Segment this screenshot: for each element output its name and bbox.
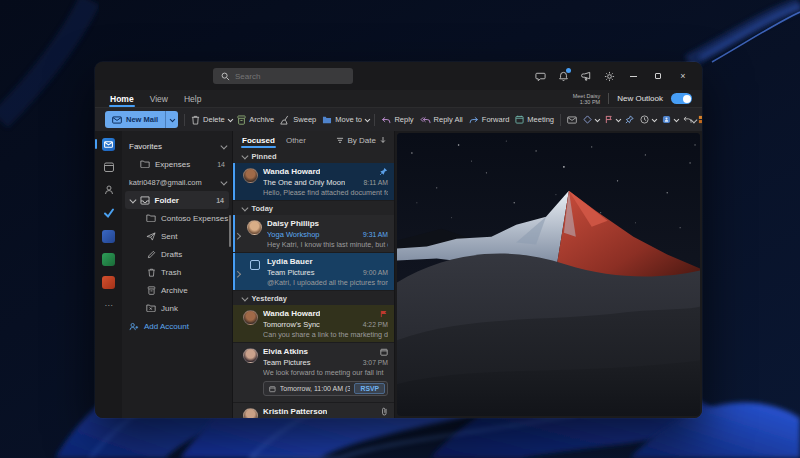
unread-count: 14	[216, 197, 224, 204]
message-list: Focused Other By Date Pinned Wanda Howar…	[232, 131, 395, 418]
group-header-today[interactable]: Today	[233, 201, 394, 215]
sweep-broom-icon	[280, 115, 290, 125]
rail-word-icon[interactable]	[95, 228, 122, 244]
rail-excel-icon[interactable]	[95, 251, 122, 267]
reply-all-arrow-icon	[420, 116, 431, 124]
folder-icon	[146, 213, 156, 223]
search-input[interactable]	[235, 72, 347, 81]
rsvp-button[interactable]: RSVP	[354, 383, 385, 394]
reply-button[interactable]: Reply	[381, 115, 413, 124]
unread-count: 14	[217, 161, 225, 168]
group-header-yesterday[interactable]: Yesterday	[233, 291, 394, 305]
calendar-invite-icon	[380, 348, 388, 356]
select-message-checkbox[interactable]	[250, 260, 260, 270]
new-mail-button[interactable]: New Mail	[105, 111, 178, 128]
message-row-wanda-sync[interactable]: Wanda Howard Tomorrow's Sync 4:22 PM Can…	[233, 305, 394, 343]
read-unread-icon[interactable]	[567, 116, 577, 124]
folder-item-archive[interactable]: Archive	[122, 281, 232, 299]
categorize-icon[interactable]	[662, 115, 678, 124]
folder-pane: Favorites Expenses 14 katri0487@gmail.co…	[122, 131, 232, 418]
expand-chevron-icon[interactable]	[235, 262, 240, 280]
message-row-daisy[interactable]: Daisy Phillips Yoga Workshop 9:31 AM Hey…	[233, 215, 394, 253]
favorites-section-header[interactable]: Favorites	[122, 137, 232, 155]
avatar	[247, 220, 262, 235]
meeting-calendar-icon	[515, 115, 524, 124]
drafts-pencil-icon	[146, 249, 156, 259]
sort-by-date-button[interactable]: By Date	[336, 136, 386, 145]
app-rail: ⋯	[95, 131, 122, 418]
tab-other[interactable]: Other	[285, 134, 307, 147]
meet-daisy-reminder[interactable]: Meet Daisy 1:30 PM	[573, 93, 601, 105]
move-to-button[interactable]: Move to	[322, 115, 368, 124]
add-person-icon	[129, 321, 139, 331]
message-row-elvia[interactable]: Elvia Atkins Team Pictures 3:07 PM We lo…	[233, 343, 394, 403]
notifications-bell-icon[interactable]	[557, 70, 569, 82]
archive-icon	[146, 285, 156, 295]
title-bar: ×	[95, 62, 702, 90]
snooze-clock-icon[interactable]	[640, 115, 656, 124]
tab-view[interactable]: View	[149, 92, 169, 106]
calendar-icon	[269, 385, 276, 393]
folder-pane-scrollbar[interactable]	[229, 215, 231, 247]
flag-icon[interactable]	[605, 115, 620, 124]
archive-icon	[237, 115, 246, 125]
rail-mail-icon[interactable]	[95, 136, 122, 152]
search-box[interactable]	[213, 68, 353, 84]
folder-item-drafts[interactable]: Drafts	[122, 245, 232, 263]
desktop: × Home View Help Meet Daisy 1:30 PM New …	[0, 0, 800, 458]
rail-powerpoint-icon[interactable]	[95, 274, 122, 290]
tab-help[interactable]: Help	[183, 92, 202, 106]
message-photo-mountain	[397, 133, 700, 416]
tab-focused[interactable]: Focused	[241, 134, 276, 147]
expand-chevron-icon[interactable]	[235, 224, 240, 242]
meeting-button[interactable]: Meeting	[515, 115, 554, 124]
add-account-button[interactable]: Add Account	[122, 317, 232, 335]
message-row-wanda-pinned[interactable]: Wanda Howard The One and Only Moon 8:11 …	[233, 163, 394, 201]
avatar	[243, 408, 258, 418]
tab-home[interactable]: Home	[109, 92, 135, 106]
message-time: 8:11 AM	[364, 179, 388, 186]
trash-icon	[146, 267, 156, 277]
group-header-pinned[interactable]: Pinned	[233, 149, 394, 163]
folder-item-trash[interactable]: Trash	[122, 263, 232, 281]
favorite-folder-expenses[interactable]: Expenses 14	[122, 155, 232, 173]
message-row-kristin[interactable]: Kristin Patterson	[233, 403, 394, 418]
rail-more-apps-icon[interactable]: ⋯	[95, 297, 122, 313]
minimize-button[interactable]	[626, 70, 640, 82]
new-outlook-toggle[interactable]	[671, 93, 692, 104]
divider	[608, 93, 609, 104]
folder-item-folder[interactable]: Folder 14	[125, 191, 229, 209]
close-button[interactable]: ×	[676, 70, 690, 82]
reply-arrow-icon	[381, 116, 391, 124]
maximize-button[interactable]	[651, 70, 665, 82]
pin-icon[interactable]	[625, 115, 634, 124]
pinned-pin-icon[interactable]	[379, 167, 388, 176]
folder-item-junk[interactable]: Junk	[122, 299, 232, 317]
forward-button[interactable]: Forward	[469, 115, 510, 124]
account-section-header[interactable]: katri0487@gmail.com	[122, 173, 232, 191]
sweep-button[interactable]: Sweep	[280, 115, 316, 125]
reply-all-button[interactable]: Reply All	[420, 115, 463, 124]
feedback-icon[interactable]	[534, 70, 546, 82]
red-flag-icon[interactable]	[380, 310, 388, 318]
rail-people-icon[interactable]	[95, 182, 122, 198]
ribbon-tabs-row: Home View Help Meet Daisy 1:30 PM New Ou…	[95, 90, 702, 107]
meeting-card[interactable]: Tomorrow, 11:00 AM (30m) RSVP	[263, 381, 388, 396]
delete-button[interactable]: Delete	[191, 115, 231, 125]
whats-new-icon[interactable]	[580, 70, 592, 82]
attachment-paperclip-icon	[381, 407, 388, 416]
settings-gear-icon[interactable]	[603, 70, 615, 82]
folder-item-contoso-expenses[interactable]: Contoso Expenses	[122, 209, 232, 227]
message-time: 4:22 PM	[363, 321, 388, 328]
folder-item-sent[interactable]: Sent	[122, 227, 232, 245]
outlook-window: × Home View Help Meet Daisy 1:30 PM New …	[95, 62, 702, 418]
message-row-lydia[interactable]: Lydia Bauer Team Pictures 9:00 AM @Katri…	[233, 253, 394, 291]
new-mail-dropdown[interactable]	[165, 111, 178, 128]
tag-icon[interactable]	[583, 115, 599, 124]
filter-icon	[336, 137, 344, 144]
toolbar-expand-icon[interactable]	[691, 115, 696, 124]
rail-calendar-icon[interactable]	[95, 159, 122, 175]
archive-button[interactable]: Archive	[237, 115, 274, 125]
rail-todo-icon[interactable]	[95, 205, 122, 221]
apps-grid-icon[interactable]	[698, 115, 702, 124]
